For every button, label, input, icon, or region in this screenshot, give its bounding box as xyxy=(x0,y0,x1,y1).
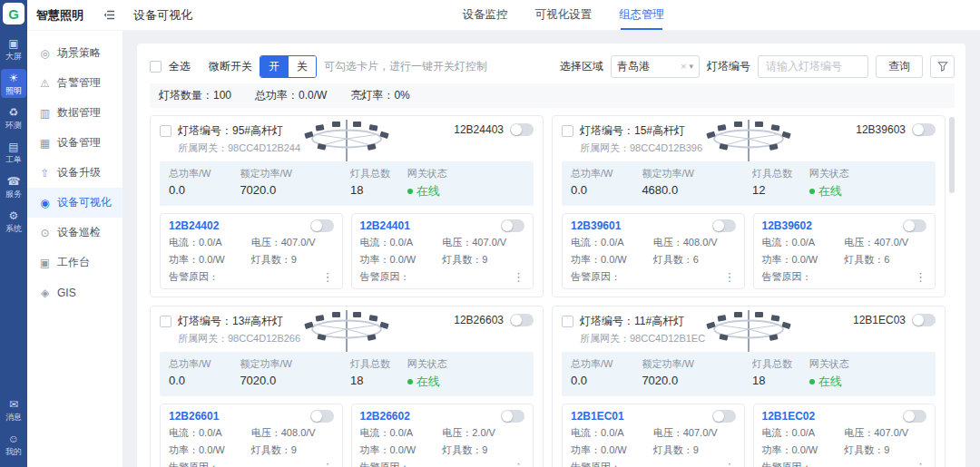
rail-item[interactable]: ⚙ 系统 xyxy=(1,207,26,236)
toolbar-right: 选择区域 青岛港 × ▾ 灯塔编号 查询 xyxy=(560,55,955,78)
more-menu-icon[interactable]: ⋮ xyxy=(513,462,524,467)
sidebar-item[interactable]: ⊙ 设备巡检 xyxy=(27,218,122,248)
tower-device-id: 12B39603 xyxy=(856,123,906,136)
more-menu-icon[interactable]: ⋮ xyxy=(724,272,736,282)
card-checkbox[interactable] xyxy=(160,316,172,327)
gateway-label: 所属网关：98CC4D12B1EC xyxy=(580,332,705,345)
rated-power-label: 额定功率/W xyxy=(240,167,350,180)
device-current: 电流：0.0/A xyxy=(571,236,653,249)
main-column: 智慧照明 设备可视化 设备监控 可视化设置 组态管理 xyxy=(27,0,980,467)
high-mast-tower-image xyxy=(299,120,394,161)
more-menu-icon[interactable]: ⋮ xyxy=(915,272,926,282)
collapse-icon xyxy=(103,10,115,20)
select-all-checkbox[interactable] xyxy=(150,61,162,73)
device-switch-toggle[interactable] xyxy=(501,410,524,423)
more-menu-icon[interactable]: ⋮ xyxy=(724,462,736,467)
sidebar-item[interactable]: ▦ 设备管理 xyxy=(27,128,122,158)
switch-off-button[interactable]: 关 xyxy=(288,56,316,77)
sidebar-item[interactable]: ⇧ 设备升级 xyxy=(27,158,122,188)
device-id-link[interactable]: 12B1EC02 xyxy=(762,410,816,423)
rail-item[interactable]: ▣ 大屏 xyxy=(1,34,26,63)
gateway-label: 所属网关：98CC4D12B244 xyxy=(178,141,300,155)
sidebar-item[interactable]: ◈ GIS xyxy=(27,277,122,307)
card-checkbox[interactable] xyxy=(562,125,573,137)
rated-power-label: 额定功率/W xyxy=(642,357,752,371)
rail-item[interactable]: ☀ 照明 xyxy=(1,69,26,98)
switch-on-button[interactable]: 开 xyxy=(260,56,288,77)
sidebar-item[interactable]: ◎ 场景策略 xyxy=(27,38,122,68)
rail-item[interactable]: ☺ 我的 xyxy=(1,430,26,459)
more-menu-icon[interactable]: ⋮ xyxy=(322,272,334,282)
filter-button[interactable] xyxy=(930,55,955,78)
gateway-status-value: 在线 xyxy=(818,374,842,390)
tower-switch-toggle[interactable] xyxy=(510,314,534,326)
device-card: 12B1EC02 电流：0.0/A 电压：407.0/V xyxy=(753,404,936,467)
rail-item[interactable]: ▤ 工单 xyxy=(1,138,26,167)
device-id-link[interactable]: 12B39601 xyxy=(571,219,621,232)
rail-item[interactable]: ♻ 环测 xyxy=(1,103,26,132)
tower-switch-toggle[interactable] xyxy=(510,123,534,136)
sidebar-collapse-button[interactable] xyxy=(103,10,115,20)
device-card: 12B39602 电流：0.0/A 电压：407.0/V xyxy=(753,213,936,289)
breaker-switch-group: 开 关 xyxy=(260,55,317,78)
device-switch-toggle[interactable] xyxy=(712,410,736,423)
clear-icon[interactable]: × xyxy=(681,61,686,72)
device-id-link[interactable]: 12B39602 xyxy=(762,219,812,232)
alarm-reason-label: 告警原因： xyxy=(762,461,812,467)
tower-number-input[interactable] xyxy=(758,55,868,78)
gateway-label: 所属网关：98CC4D12B396 xyxy=(580,141,702,155)
tower-switch-toggle[interactable] xyxy=(912,123,936,136)
device-lamps: 灯具数：6 xyxy=(844,253,926,267)
device-switch-toggle[interactable] xyxy=(903,410,926,423)
device-switch-toggle[interactable] xyxy=(501,219,524,232)
toolbar: 全选 微断开关 开 关 可勾选卡片，进行一键开关灯控制 选择区域 青岛港 × xyxy=(150,53,955,80)
tab[interactable]: 组态管理 xyxy=(619,0,664,30)
device-card: 12B24401 电流：0.0/A 电压：407.0/V xyxy=(351,213,534,289)
rail-item-label: 工单 xyxy=(5,155,22,164)
region-select[interactable]: 青岛港 × ▾ xyxy=(611,55,700,78)
region-label: 选择区域 xyxy=(560,59,603,74)
more-menu-icon[interactable]: ⋮ xyxy=(513,272,524,282)
tab[interactable]: 设备监控 xyxy=(463,0,508,30)
tower-device-id: 12B1EC03 xyxy=(853,314,906,326)
device-switch-toggle[interactable] xyxy=(903,219,926,232)
device-id-link[interactable]: 12B26601 xyxy=(169,410,219,423)
card-checkbox[interactable] xyxy=(160,125,172,137)
device-id-link[interactable]: 12B24402 xyxy=(169,219,219,232)
device-power: 功率：0.0/W xyxy=(571,443,653,457)
rail-item-label: 消息 xyxy=(5,413,22,422)
device-id-link[interactable]: 12B24401 xyxy=(360,219,410,232)
system-icon: ⚙ xyxy=(9,210,19,222)
rail-item[interactable]: ☎ 服务 xyxy=(1,172,26,201)
tower-device-id: 12B24403 xyxy=(454,123,504,136)
more-menu-icon[interactable]: ⋮ xyxy=(322,462,334,467)
gateway-status-label: 网关状态 xyxy=(809,167,926,180)
sidebar-item[interactable]: ▥ 数据管理 xyxy=(27,98,122,128)
more-menu-icon[interactable]: ⋮ xyxy=(915,462,926,467)
search-button[interactable]: 查询 xyxy=(876,55,923,78)
card-stats: 总功率/W 0.0 额定功率/W 7020.0 灯具总数 xyxy=(562,352,936,396)
sidebar-item[interactable]: ▣ 工作台 xyxy=(27,248,122,277)
tower-title: 灯塔编号：95#高杆灯 xyxy=(178,123,300,139)
gateway-status-value: 在线 xyxy=(416,374,440,390)
device-switch-toggle[interactable] xyxy=(712,219,736,232)
sidebar-item[interactable]: ◉ 设备可视化 xyxy=(27,188,122,218)
device-switch-toggle[interactable] xyxy=(310,219,334,232)
toolbar-hint: 可勾选卡片，进行一键开关灯控制 xyxy=(324,59,487,74)
device-id-link[interactable]: 12B1EC01 xyxy=(571,410,624,423)
tab[interactable]: 可视化设置 xyxy=(535,0,593,30)
rail-item[interactable]: ✉ 消息 xyxy=(1,395,26,424)
device-id-link[interactable]: 12B26602 xyxy=(360,410,410,423)
lamp-total-value: 18 xyxy=(752,374,809,387)
scrollbar-thumb[interactable] xyxy=(949,117,955,193)
lighting-icon: ☀ xyxy=(9,73,19,84)
tower-switch-toggle[interactable] xyxy=(912,314,936,326)
sidebar-item[interactable]: ⚠ 告警管理 xyxy=(27,68,122,98)
device-card: 12B24402 电流：0.0/A 电压：407.0/V xyxy=(160,213,343,289)
rail-item-label: 我的 xyxy=(5,447,22,456)
card-checkbox[interactable] xyxy=(562,316,573,327)
device-lamps: 灯具数：9 xyxy=(653,443,736,457)
select-all-label: 全选 xyxy=(169,59,191,74)
device-switch-toggle[interactable] xyxy=(310,410,334,423)
online-dot xyxy=(809,189,815,194)
